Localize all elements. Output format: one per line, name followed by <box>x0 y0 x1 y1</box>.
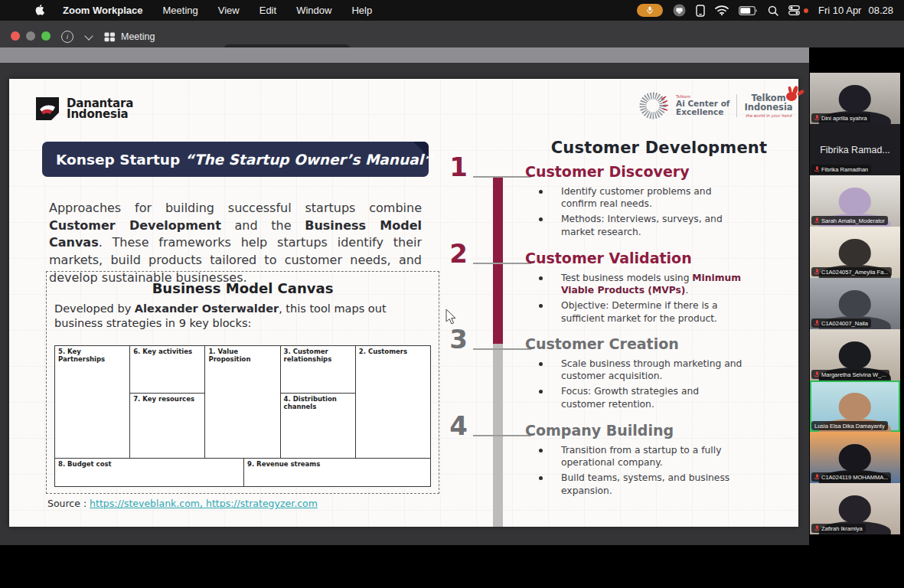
menu-item-view[interactable]: View <box>218 5 240 16</box>
stage-title: Customer Discovery <box>525 163 778 180</box>
notification-dot <box>804 8 808 13</box>
participant-tile[interactable]: Margaretha Selvina W_... <box>810 329 900 381</box>
customer-development-section: Customer Development 1Customer Discovery… <box>444 79 798 527</box>
stage-tick-line <box>473 348 531 350</box>
participant-tile[interactable]: Fibrika Ramad...Fibrika Ramadhan <box>810 124 900 175</box>
wifi-icon[interactable] <box>715 5 729 15</box>
apple-logo-icon[interactable] <box>35 5 46 17</box>
minimize-window-button[interactable] <box>26 31 35 41</box>
participant-tile[interactable]: C1A024119 MOHAMMA... <box>810 432 900 483</box>
close-window-button[interactable] <box>11 31 20 41</box>
control-center-icon[interactable] <box>788 5 800 15</box>
participant-tile[interactable]: Zafirah Ikramiya <box>810 483 900 534</box>
stage-bullet: Focus: Growth strategies and customer re… <box>525 385 778 410</box>
participant-name: Fibrika Ramadhan <box>821 166 868 173</box>
bmc-cell-customer-relationships: 3. Customer relationships <box>281 346 355 394</box>
bmc-cell-revenue-streams: 9. Revenue streams <box>244 459 430 486</box>
shared-screen-region: Danantara Indonesia Telkom Ai Center of … <box>0 47 809 545</box>
menubar-app-name[interactable]: Zoom Workplace <box>63 5 143 16</box>
chevron-down-icon[interactable] <box>84 31 93 40</box>
menubar-clock[interactable]: Fri 10 Apr08.28 <box>818 5 893 16</box>
meeting-grid-icon <box>104 31 116 45</box>
bmc-cell-key-activities: 6. Key activities <box>130 346 204 394</box>
menu-item-meeting[interactable]: Meeting <box>163 5 198 16</box>
participant-name-label: Dini aprilia syahra <box>811 113 870 122</box>
logo-line2: Indonesia <box>67 109 133 119</box>
slide-title: Konsep Startup “The Startup Owner’s Manu… <box>56 152 432 168</box>
danantara-logo-icon <box>34 96 60 122</box>
participant-name-label: Margaretha Selvina W_... <box>811 370 889 379</box>
meeting-tab-label: Meeting <box>121 31 155 42</box>
participant-name: Dini aprilia syahra <box>821 115 867 122</box>
muted-mic-icon <box>814 166 819 172</box>
participant-name-label: Zafirah Ikramiya <box>811 524 866 533</box>
slide-title-banner: Konsep Startup “The Startup Owner’s Manu… <box>42 142 429 177</box>
menu-item-window[interactable]: Window <box>296 5 331 16</box>
participant-name-label: Sarah Amalia_Moderator <box>811 216 888 225</box>
bmc-cell-value-proposition: 1. Value Proposition <box>205 346 280 458</box>
zoom-window-button[interactable] <box>41 31 51 41</box>
stage-title: Customer Validation <box>525 250 778 266</box>
participant-tile[interactable]: Sarah Amalia_Moderator <box>810 175 900 227</box>
bmc-description: Developed by Alexander Osterwalder, this… <box>54 302 431 330</box>
bmc-cell-key-partnerships: 5. Key Partnerships <box>55 346 130 458</box>
source-separator: , <box>200 498 206 509</box>
stage-number-2: 2 <box>445 238 472 269</box>
participant-tile[interactable]: C1A024007_Naila <box>810 278 900 329</box>
muted-mic-icon <box>814 115 819 121</box>
menu-item-edit[interactable]: Edit <box>259 5 276 16</box>
muted-mic-icon <box>814 371 819 377</box>
stage-bullet: Identify customer problems and confirm r… <box>525 185 778 210</box>
bmc-cell-customers: 2. Customers <box>356 346 430 458</box>
muted-mic-icon <box>814 320 819 326</box>
participant-name-label: C1A024119 MOHAMMA... <box>811 472 891 482</box>
participant-name: Zafirah Ikramiya <box>821 525 863 532</box>
stage-number-3: 3 <box>445 324 472 354</box>
participant-name: Lusia Elsa Dika Damayanty <box>814 423 885 430</box>
stage-bullet: Test business models using Minimum Viabl… <box>525 272 778 296</box>
bmc-cell-budget-cost: 8. Budget cost <box>55 459 244 486</box>
participant-tile[interactable]: C1A024057_Ameylia Fa... <box>810 227 900 278</box>
spotlight-search-icon[interactable] <box>768 5 778 16</box>
macos-menubar: Zoom Workplace MeetingViewEditWindowHelp… <box>0 0 904 21</box>
meeting-info-icon[interactable]: i <box>61 31 73 43</box>
bmc-table: 5. Key Partnerships 6. Key activities 7.… <box>54 345 431 487</box>
menubar-menus: MeetingViewEditWindowHelp <box>163 5 373 16</box>
source-line: Source : https://steveblank.com, https:/… <box>47 498 318 509</box>
display-icon[interactable] <box>696 5 705 17</box>
source-label: Source : <box>47 498 86 509</box>
screen-mirroring-icon[interactable] <box>673 4 686 17</box>
stage-number-1: 1 <box>445 152 472 182</box>
participant-name: Margaretha Selvina W_... <box>821 371 886 378</box>
stage-tick-line <box>473 435 531 436</box>
shared-screen-top-strip <box>0 47 809 63</box>
mic-in-use-indicator[interactable] <box>637 4 663 17</box>
source-link-steveblank[interactable]: https://steveblank.com <box>90 498 200 509</box>
battery-icon[interactable] <box>739 6 758 15</box>
muted-mic-icon <box>814 217 819 224</box>
source-link-strategyzer[interactable]: https://strategyzer.com <box>206 498 318 509</box>
mouse-cursor <box>445 309 456 328</box>
presentation-slide: Danantara Indonesia Telkom Ai Center of … <box>9 79 798 527</box>
customer-development-heading: Customer Development <box>540 139 778 157</box>
participant-tile[interactable]: Dini aprilia syahra <box>810 73 900 124</box>
stage-bullet: Scale business through marketing and cus… <box>525 358 778 382</box>
bmc-box: Business Model Canvas Developed by Alexa… <box>46 271 439 494</box>
participant-tile[interactable]: Lusia Elsa Dika Damayanty <box>810 381 900 432</box>
stage-block-customer-discovery: Customer DiscoveryIdentify customer prob… <box>525 163 778 241</box>
bmc-title: Business Model Canvas <box>47 280 439 296</box>
stage-number-4: 4 <box>445 410 472 441</box>
participant-name: C1A024057_Ameylia Fa... <box>821 269 889 276</box>
participant-name-label: Fibrika Ramadhan <box>811 165 871 174</box>
stage-bullet: Objective: Determine if there is a suffi… <box>525 299 778 324</box>
stage-tick-line <box>473 176 531 178</box>
menu-item-help[interactable]: Help <box>351 5 372 16</box>
timeline-bar-maroon <box>493 176 503 344</box>
participant-name: C1A024119 MOHAMMA... <box>821 474 888 481</box>
stage-bullet: Methods: Interviews, surveys, and market… <box>525 213 778 237</box>
stage-block-customer-creation: Customer CreationScale business through … <box>525 335 778 413</box>
participants-sidebar: Dini aprilia syahraFibrika Ramad...Fibri… <box>809 47 904 545</box>
stage-block-company-building: Company BuildingTransition from a startu… <box>525 422 778 500</box>
stage-bullet: Transition from a startup to a fully ope… <box>525 444 778 469</box>
participant-name: Sarah Amalia_Moderator <box>821 217 885 224</box>
